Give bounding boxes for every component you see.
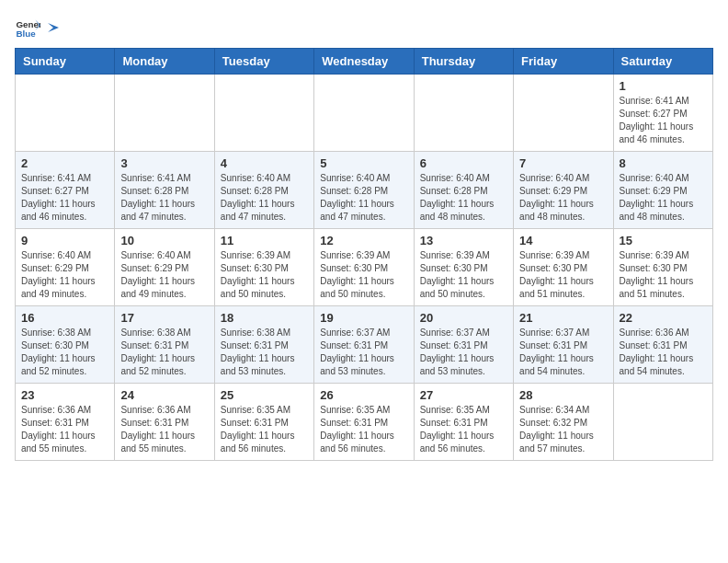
- day-number: 5: [320, 156, 407, 170]
- day-number: 13: [420, 234, 507, 247]
- day-number: 6: [420, 156, 507, 170]
- calendar-cell: 9Sunrise: 6:40 AM Sunset: 6:29 PM Daylig…: [16, 229, 115, 306]
- weekday-header-friday: Friday: [514, 49, 613, 75]
- day-number: 26: [320, 388, 407, 402]
- calendar-cell: 13Sunrise: 6:39 AM Sunset: 6:30 PM Dayli…: [414, 229, 513, 306]
- day-info: Sunrise: 6:36 AM Sunset: 6:31 PM Dayligh…: [21, 404, 108, 455]
- day-number: 24: [120, 388, 208, 402]
- day-info: Sunrise: 6:40 AM Sunset: 6:29 PM Dayligh…: [519, 172, 607, 224]
- day-number: 12: [320, 234, 407, 247]
- day-number: 14: [519, 234, 607, 247]
- day-info: Sunrise: 6:38 AM Sunset: 6:30 PM Dayligh…: [21, 327, 108, 378]
- day-number: 4: [221, 156, 308, 170]
- calendar-cell: 23Sunrise: 6:36 AM Sunset: 6:31 PM Dayli…: [16, 384, 115, 461]
- calendar-week-row: 23Sunrise: 6:36 AM Sunset: 6:31 PM Dayli…: [16, 384, 713, 461]
- weekday-header-thursday: Thursday: [414, 49, 513, 75]
- day-number: 28: [519, 388, 607, 402]
- calendar-cell: [613, 384, 712, 461]
- calendar-cell: 20Sunrise: 6:37 AM Sunset: 6:31 PM Dayli…: [414, 306, 513, 384]
- weekday-header-monday: Monday: [115, 49, 214, 75]
- day-info: Sunrise: 6:36 AM Sunset: 6:31 PM Dayligh…: [120, 404, 208, 455]
- calendar-cell: 25Sunrise: 6:35 AM Sunset: 6:31 PM Dayli…: [214, 384, 313, 461]
- day-info: Sunrise: 6:38 AM Sunset: 6:31 PM Dayligh…: [221, 327, 308, 378]
- day-info: Sunrise: 6:39 AM Sunset: 6:30 PM Dayligh…: [320, 249, 407, 301]
- day-number: 19: [320, 311, 407, 325]
- calendar-cell: 19Sunrise: 6:37 AM Sunset: 6:31 PM Dayli…: [314, 306, 414, 384]
- calendar-cell: 18Sunrise: 6:38 AM Sunset: 6:31 PM Dayli…: [214, 306, 313, 384]
- day-number: 3: [120, 156, 208, 170]
- day-info: Sunrise: 6:39 AM Sunset: 6:30 PM Dayligh…: [519, 249, 607, 301]
- svg-marker-3: [48, 23, 59, 32]
- weekday-header-tuesday: Tuesday: [214, 49, 313, 75]
- day-info: Sunrise: 6:37 AM Sunset: 6:31 PM Dayligh…: [519, 327, 607, 378]
- day-number: 8: [620, 156, 707, 170]
- day-info: Sunrise: 6:40 AM Sunset: 6:28 PM Dayligh…: [221, 172, 308, 224]
- day-info: Sunrise: 6:41 AM Sunset: 6:28 PM Dayligh…: [120, 172, 208, 224]
- day-number: 1: [620, 79, 707, 93]
- logo: General Blue: [15, 15, 63, 40]
- svg-text:Blue: Blue: [16, 29, 36, 39]
- calendar-week-row: 2Sunrise: 6:41 AM Sunset: 6:27 PM Daylig…: [16, 152, 713, 229]
- day-info: Sunrise: 6:41 AM Sunset: 6:27 PM Dayligh…: [21, 172, 108, 224]
- calendar-cell: [115, 75, 214, 152]
- calendar-cell: 1Sunrise: 6:41 AM Sunset: 6:27 PM Daylig…: [613, 75, 712, 152]
- calendar-cell: 28Sunrise: 6:34 AM Sunset: 6:32 PM Dayli…: [514, 384, 613, 461]
- day-info: Sunrise: 6:34 AM Sunset: 6:32 PM Dayligh…: [519, 404, 607, 455]
- calendar-cell: 17Sunrise: 6:38 AM Sunset: 6:31 PM Dayli…: [115, 306, 214, 384]
- day-info: Sunrise: 6:40 AM Sunset: 6:28 PM Dayligh…: [420, 172, 507, 224]
- weekday-header-wednesday: Wednesday: [314, 49, 414, 75]
- page-header: General Blue: [15, 15, 713, 40]
- day-number: 11: [221, 234, 308, 247]
- calendar-cell: 4Sunrise: 6:40 AM Sunset: 6:28 PM Daylig…: [214, 152, 313, 229]
- calendar-week-row: 1Sunrise: 6:41 AM Sunset: 6:27 PM Daylig…: [16, 75, 713, 152]
- day-number: 2: [21, 156, 108, 170]
- calendar-cell: 7Sunrise: 6:40 AM Sunset: 6:29 PM Daylig…: [514, 152, 613, 229]
- day-info: Sunrise: 6:39 AM Sunset: 6:30 PM Dayligh…: [420, 249, 507, 301]
- calendar-cell: 15Sunrise: 6:39 AM Sunset: 6:30 PM Dayli…: [613, 229, 712, 306]
- day-number: 17: [120, 311, 208, 325]
- calendar-cell: 16Sunrise: 6:38 AM Sunset: 6:30 PM Dayli…: [16, 306, 115, 384]
- calendar-week-row: 9Sunrise: 6:40 AM Sunset: 6:29 PM Daylig…: [16, 229, 713, 306]
- day-number: 16: [21, 311, 108, 325]
- logo-arrow-icon: [46, 19, 63, 36]
- calendar-cell: [414, 75, 513, 152]
- calendar-cell: 6Sunrise: 6:40 AM Sunset: 6:28 PM Daylig…: [414, 152, 513, 229]
- day-info: Sunrise: 6:40 AM Sunset: 6:28 PM Dayligh…: [320, 172, 407, 224]
- day-number: 21: [519, 311, 607, 325]
- calendar-cell: 24Sunrise: 6:36 AM Sunset: 6:31 PM Dayli…: [115, 384, 214, 461]
- day-info: Sunrise: 6:37 AM Sunset: 6:31 PM Dayligh…: [420, 327, 507, 378]
- day-number: 10: [120, 234, 208, 247]
- day-number: 9: [21, 234, 108, 247]
- day-info: Sunrise: 6:35 AM Sunset: 6:31 PM Dayligh…: [320, 404, 407, 455]
- calendar-cell: 26Sunrise: 6:35 AM Sunset: 6:31 PM Dayli…: [314, 384, 414, 461]
- day-number: 15: [620, 234, 707, 247]
- calendar-cell: [314, 75, 414, 152]
- calendar-cell: 22Sunrise: 6:36 AM Sunset: 6:31 PM Dayli…: [613, 306, 712, 384]
- day-info: Sunrise: 6:39 AM Sunset: 6:30 PM Dayligh…: [620, 249, 707, 301]
- day-number: 22: [620, 311, 707, 325]
- day-info: Sunrise: 6:40 AM Sunset: 6:29 PM Dayligh…: [120, 249, 208, 301]
- day-info: Sunrise: 6:38 AM Sunset: 6:31 PM Dayligh…: [120, 327, 208, 378]
- day-number: 20: [420, 311, 507, 325]
- day-info: Sunrise: 6:41 AM Sunset: 6:27 PM Dayligh…: [620, 95, 707, 146]
- calendar-cell: [214, 75, 313, 152]
- day-info: Sunrise: 6:36 AM Sunset: 6:31 PM Dayligh…: [620, 327, 707, 378]
- calendar-cell: 11Sunrise: 6:39 AM Sunset: 6:30 PM Dayli…: [214, 229, 313, 306]
- calendar-cell: [16, 75, 115, 152]
- day-info: Sunrise: 6:35 AM Sunset: 6:31 PM Dayligh…: [221, 404, 308, 455]
- day-info: Sunrise: 6:40 AM Sunset: 6:29 PM Dayligh…: [21, 249, 108, 301]
- day-info: Sunrise: 6:40 AM Sunset: 6:29 PM Dayligh…: [620, 172, 707, 224]
- calendar-cell: 10Sunrise: 6:40 AM Sunset: 6:29 PM Dayli…: [115, 229, 214, 306]
- calendar-cell: 2Sunrise: 6:41 AM Sunset: 6:27 PM Daylig…: [16, 152, 115, 229]
- calendar-cell: 8Sunrise: 6:40 AM Sunset: 6:29 PM Daylig…: [613, 152, 712, 229]
- calendar-cell: 21Sunrise: 6:37 AM Sunset: 6:31 PM Dayli…: [514, 306, 613, 384]
- calendar-cell: 27Sunrise: 6:35 AM Sunset: 6:31 PM Dayli…: [414, 384, 513, 461]
- calendar-week-row: 16Sunrise: 6:38 AM Sunset: 6:30 PM Dayli…: [16, 306, 713, 384]
- calendar-cell: 5Sunrise: 6:40 AM Sunset: 6:28 PM Daylig…: [314, 152, 414, 229]
- calendar-cell: 14Sunrise: 6:39 AM Sunset: 6:30 PM Dayli…: [514, 229, 613, 306]
- calendar-table: SundayMondayTuesdayWednesdayThursdayFrid…: [15, 48, 713, 461]
- day-info: Sunrise: 6:39 AM Sunset: 6:30 PM Dayligh…: [221, 249, 308, 301]
- day-number: 18: [221, 311, 308, 325]
- weekday-header-saturday: Saturday: [613, 49, 712, 75]
- day-number: 23: [21, 388, 108, 402]
